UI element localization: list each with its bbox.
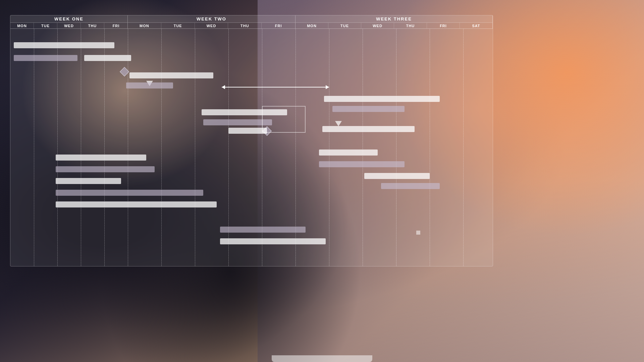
milestone-triangle-2 [335,121,342,126]
monitor-bezel [272,355,372,362]
week-three-label: WEEK THREE [296,15,492,23]
week3-thu: THU [394,23,427,28]
week2-mon: MON [128,23,161,28]
week3-tue: TUE [328,23,361,28]
bar-17 [319,149,378,156]
bar-13 [56,201,217,207]
week-two-label: WEEK TWO [128,15,295,23]
week-two-section: WEEK TWO MON TUE WED THU FRI [128,15,296,28]
bar-11 [56,178,121,184]
week-one-days: MON TUE WED THU FRI [10,23,127,28]
week-one-label: WEEK ONE [10,15,127,23]
bar-4 [129,72,213,78]
gantt-body [10,29,493,266]
bar-9 [56,155,146,161]
bar-2 [14,55,77,61]
bar-15 [332,106,405,112]
bar-10 [56,166,155,172]
week-one-section: WEEK ONE MON TUE WED THU FRI [10,15,128,28]
week-three-section: WEEK THREE MON TUE WED THU FRI SAT [296,15,493,28]
dot-marker [416,231,420,235]
bar-12 [56,190,203,196]
bar-14 [324,96,440,102]
bar-5 [126,82,173,88]
bar-8 [228,128,267,134]
week-two-days: MON TUE WED THU FRI [128,23,295,28]
gantt-header: WEEK ONE MON TUE WED THU FRI WEEK TWO MO… [10,15,493,29]
bar-22 [220,238,326,244]
week3-wed: WED [361,23,394,28]
week2-fri: FRI [262,23,295,28]
week3-sat: SAT [460,23,492,28]
gantt-chart: WEEK ONE MON TUE WED THU FRI WEEK TWO MO… [10,15,493,266]
week3-fri: FRI [427,23,460,28]
bar-20 [381,183,440,189]
week1-wed: WED [57,23,81,28]
bar-21 [220,227,306,233]
bar-16 [322,126,415,132]
bar-18 [319,161,405,167]
week2-wed: WED [195,23,228,28]
week2-thu: THU [228,23,262,28]
milestone-diamond-1 [120,67,129,76]
week2-tue: TUE [161,23,195,28]
week1-thu: THU [81,23,104,28]
bar-3 [84,55,131,61]
gantt-arrow [222,87,329,87]
bar-19 [364,173,430,179]
bar-1 [14,42,114,48]
week1-tue: TUE [34,23,57,28]
gantt-bars [10,29,493,266]
week1-mon: MON [10,23,34,28]
week1-fri: FRI [104,23,128,28]
week-three-days: MON TUE WED THU FRI SAT [296,23,492,28]
week3-mon: MON [296,23,328,28]
rect-outline-1 [262,106,306,133]
